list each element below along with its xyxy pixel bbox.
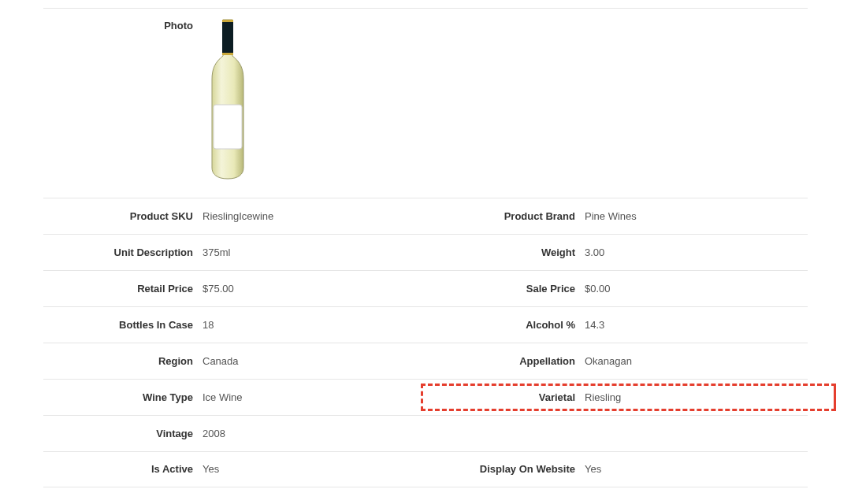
label-display-on-website: Display On Website <box>426 463 583 476</box>
value-unit-description: 375ml <box>201 246 230 259</box>
left-7: Is Active Yes <box>43 463 426 476</box>
label-sale-price: Sale Price <box>426 283 583 295</box>
product-photo <box>201 15 283 183</box>
value-appellation: Okanagan <box>583 355 632 368</box>
row-3: Bottles In Case 18 Alcohol % 14.3 <box>43 306 808 343</box>
label-retail-price: Retail Price <box>43 283 201 295</box>
left-3: Bottles In Case 18 <box>43 319 426 332</box>
label-unit-description: Unit Description <box>43 246 201 259</box>
left-0: Product SKU RieslingIcewine <box>43 210 426 223</box>
row-2: Retail Price $75.00 Sale Price $0.00 <box>43 270 808 306</box>
right-2: Sale Price $0.00 <box>426 283 808 295</box>
left-2: Retail Price $75.00 <box>43 283 426 295</box>
svg-rect-1 <box>222 20 233 22</box>
value-sale-price: $0.00 <box>583 283 611 295</box>
value-product-brand: Pine Wines <box>583 210 637 223</box>
row-0: Product SKU RieslingIcewine Product Bran… <box>43 198 808 234</box>
right-4: Appellation Okanagan <box>426 355 808 368</box>
value-varietal: Riesling <box>583 391 621 404</box>
svg-rect-2 <box>222 53 233 55</box>
label-weight: Weight <box>426 246 583 259</box>
svg-rect-3 <box>214 105 242 149</box>
value-display-on-website: Yes <box>583 463 601 476</box>
row-1: Unit Description 375ml Weight 3.00 <box>43 234 808 270</box>
value-is-active: Yes <box>201 463 219 476</box>
right-5-varietal-highlight: Varietal Riesling <box>426 391 808 404</box>
row-4: Region Canada Appellation Okanagan <box>43 343 808 379</box>
value-alcohol: 14.3 <box>583 319 604 332</box>
svg-rect-0 <box>222 20 233 54</box>
right-0: Product Brand Pine Wines <box>426 210 808 223</box>
label-is-active: Is Active <box>43 463 201 476</box>
photo-label: Photo <box>43 15 201 32</box>
value-product-sku: RieslingIcewine <box>201 210 273 223</box>
wine-bottle-icon <box>203 18 253 183</box>
value-wine-type: Ice Wine <box>201 391 243 404</box>
row-7: Is Active Yes Display On Website Yes <box>43 451 808 487</box>
photo-cell: Photo <box>43 15 426 183</box>
left-6: Vintage 2008 <box>43 428 426 440</box>
label-product-brand: Product Brand <box>426 210 583 223</box>
value-weight: 3.00 <box>583 246 604 259</box>
row-5: Wine Type Ice Wine Varietal Riesling <box>43 379 808 415</box>
left-4: Region Canada <box>43 355 426 368</box>
label-region: Region <box>43 355 201 368</box>
value-vintage: 2008 <box>201 428 225 440</box>
value-bottles-in-case: 18 <box>201 319 214 332</box>
label-wine-type: Wine Type <box>43 391 201 404</box>
right-1: Weight 3.00 <box>426 246 808 259</box>
left-1: Unit Description 375ml <box>43 246 426 259</box>
label-vintage: Vintage <box>43 428 201 440</box>
label-appellation: Appellation <box>426 355 583 368</box>
label-alcohol: Alcohol % <box>426 319 583 332</box>
label-varietal: Varietal <box>426 391 583 404</box>
left-5: Wine Type Ice Wine <box>43 391 426 404</box>
value-region: Canada <box>201 355 239 368</box>
right-3: Alcohol % 14.3 <box>426 319 808 332</box>
row-6: Vintage 2008 <box>43 415 808 451</box>
product-details-panel: Photo <box>43 0 808 487</box>
right-7: Display On Website Yes <box>426 463 808 476</box>
label-product-sku: Product SKU <box>43 210 201 223</box>
value-retail-price: $75.00 <box>201 283 234 295</box>
label-bottles-in-case: Bottles In Case <box>43 319 201 332</box>
row-photo: Photo <box>43 8 808 198</box>
